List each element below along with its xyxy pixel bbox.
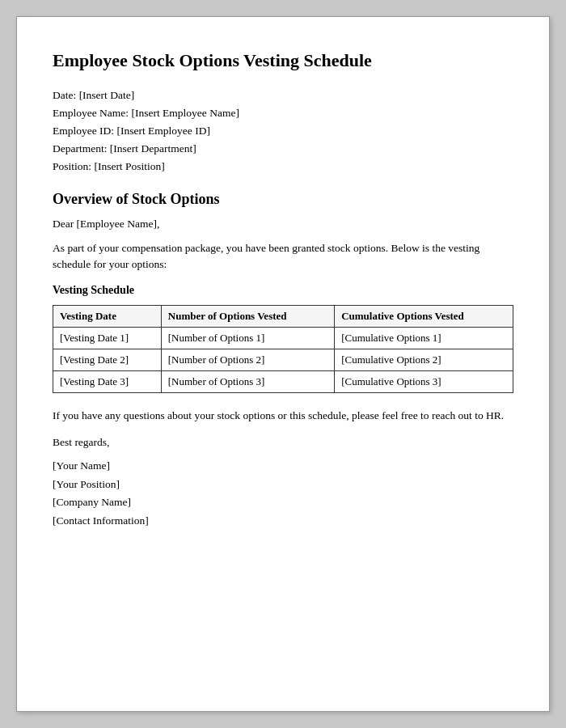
vesting-table: Vesting Date Number of Options Vested Cu… xyxy=(53,305,513,393)
signature-name: [Your Name] xyxy=(53,457,513,476)
department-label: Department: xyxy=(53,142,107,154)
col-header-vesting-date: Vesting Date xyxy=(53,306,162,328)
table-row: [Vesting Date 2][Number of Options 2][Cu… xyxy=(53,349,513,371)
closing-text: Best regards, xyxy=(53,436,513,449)
position-value: [Insert Position] xyxy=(94,160,164,172)
employee-id-value: [Insert Employee ID] xyxy=(116,125,209,137)
table-cell-1-0: [Vesting Date 2] xyxy=(53,349,162,371)
signature-company: [Company Name] xyxy=(53,493,513,512)
signature-block: [Your Name] [Your Position] [Company Nam… xyxy=(53,457,513,531)
table-row: [Vesting Date 3][Number of Options 3][Cu… xyxy=(53,371,513,393)
signature-position: [Your Position] xyxy=(53,476,513,494)
table-row: [Vesting Date 1][Number of Options 1][Cu… xyxy=(53,328,513,349)
meta-employee-id: Employee ID: [Insert Employee ID] xyxy=(53,125,513,138)
meta-employee-name: Employee Name: [Insert Employee Name] xyxy=(53,107,513,120)
position-label: Position: xyxy=(53,160,91,172)
vesting-schedule-heading: Vesting Schedule xyxy=(53,284,513,297)
table-cell-0-1: [Number of Options 1] xyxy=(161,328,334,349)
table-cell-2-0: [Vesting Date 3] xyxy=(53,371,162,393)
overview-body: As part of your compensation package, yo… xyxy=(53,240,513,273)
table-cell-1-2: [Cumulative Options 2] xyxy=(335,349,513,371)
table-cell-2-1: [Number of Options 3] xyxy=(161,371,334,393)
department-value: [Insert Department] xyxy=(110,142,196,154)
employee-name-label: Employee Name: xyxy=(53,107,129,119)
table-cell-2-2: [Cumulative Options 3] xyxy=(335,371,513,393)
date-label: Date: xyxy=(53,89,76,101)
signature-contact: [Contact Information] xyxy=(53,512,513,531)
meta-date: Date: [Insert Date] xyxy=(53,89,513,102)
footer-note: If you have any questions about your sto… xyxy=(53,408,513,424)
table-cell-1-1: [Number of Options 2] xyxy=(161,349,334,371)
meta-department: Department: [Insert Department] xyxy=(53,142,513,155)
meta-position: Position: [Insert Position] xyxy=(53,160,513,173)
employee-id-label: Employee ID: xyxy=(53,125,114,137)
overview-greeting: Dear [Employee Name], xyxy=(53,216,513,232)
document-title: Employee Stock Options Vesting Schedule xyxy=(53,49,513,73)
employee-name-value: [Insert Employee Name] xyxy=(131,107,239,119)
date-value: [Insert Date] xyxy=(79,89,135,101)
overview-heading: Overview of Stock Options xyxy=(53,191,513,208)
document-page: Employee Stock Options Vesting Schedule … xyxy=(16,16,550,712)
col-header-cumulative: Cumulative Options Vested xyxy=(335,306,513,328)
col-header-options-vested: Number of Options Vested xyxy=(161,306,334,328)
table-cell-0-0: [Vesting Date 1] xyxy=(53,328,162,349)
table-cell-0-2: [Cumulative Options 1] xyxy=(335,328,513,349)
table-header-row: Vesting Date Number of Options Vested Cu… xyxy=(53,306,513,328)
